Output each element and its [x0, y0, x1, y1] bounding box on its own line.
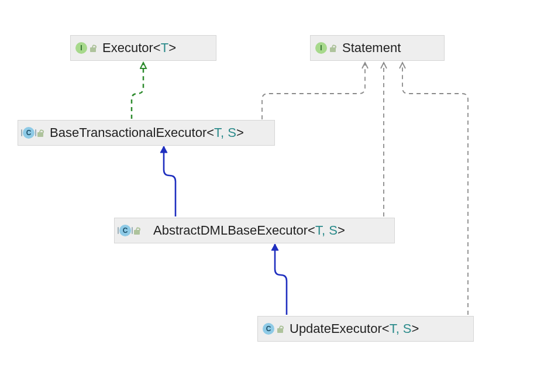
node-label: UpdateExecutor<T, S>	[290, 321, 419, 336]
node-update-executor[interactable]: C UpdateExecutor<T, S>	[257, 316, 474, 342]
unlock-icon	[89, 44, 97, 52]
node-label: Statement	[342, 40, 401, 56]
edge-basetxn-implements-executor	[132, 63, 143, 119]
unlock-icon	[277, 325, 284, 333]
diagram-canvas: { "colors": { "implements": "#2e8b2e", "…	[0, 0, 544, 392]
unlock-icon	[37, 129, 44, 137]
interface-badge-icon: I	[315, 42, 327, 54]
abstract-class-badge-icon: C	[23, 127, 35, 139]
abstract-class-badge-icon: C	[119, 225, 131, 236]
interface-badge-icon: I	[75, 42, 87, 54]
edge-update-uses-statement	[402, 63, 468, 315]
class-badge-icon: C	[263, 323, 274, 335]
node-abstract-dml-base-executor[interactable]: C AbstractDMLBaseExecutor<T, S>	[114, 218, 395, 243]
node-label: BaseTransactionalExecutor<T, S>	[50, 125, 244, 140]
node-executor[interactable]: I Executor<T>	[70, 35, 216, 61]
unlock-icon	[133, 226, 140, 235]
node-label: AbstractDMLBaseExecutor<T, S>	[153, 223, 345, 238]
node-base-transactional-executor[interactable]: C BaseTransactionalExecutor<T, S>	[18, 120, 275, 146]
unlock-icon	[329, 44, 336, 52]
edge-update-extends-abstractdml	[275, 244, 287, 315]
node-statement[interactable]: I Statement	[310, 35, 445, 61]
edge-basetxn-uses-statement	[262, 63, 365, 119]
node-label: Executor<T>	[102, 40, 176, 56]
edge-abstractdml-extends-basetxn	[164, 146, 175, 216]
